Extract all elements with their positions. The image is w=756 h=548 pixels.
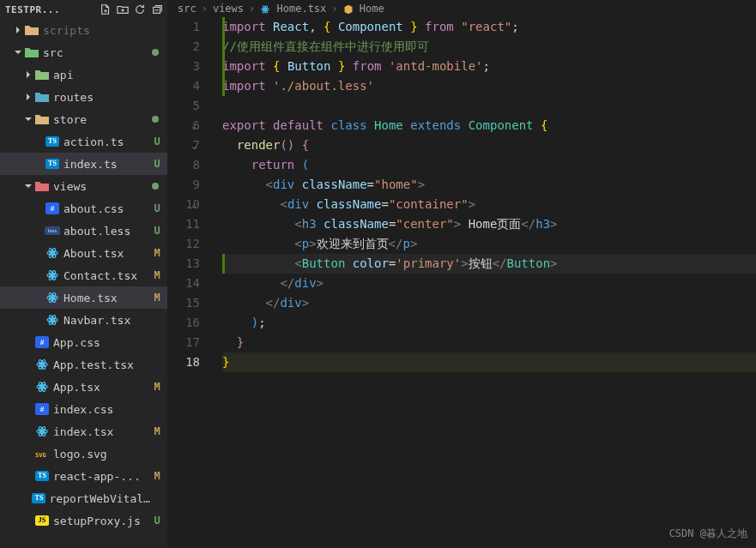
- file-label: logo.svg: [53, 448, 152, 461]
- code-line[interactable]: import './about.less': [222, 76, 756, 96]
- chevron-icon[interactable]: [22, 115, 34, 123]
- git-status: U: [150, 158, 164, 170]
- code-line[interactable]: <h3 className="center"> Home页面</h3>: [222, 214, 756, 234]
- code-line[interactable]: import { Button } from 'antd-mobile';: [222, 57, 756, 76]
- tree-file[interactable]: index.tsxM: [0, 420, 167, 443]
- code-line[interactable]: <p>欢迎来到首页</p>: [222, 234, 756, 254]
- tree-file[interactable]: About.tsxM: [0, 242, 167, 264]
- code-line[interactable]: </div>: [222, 293, 756, 313]
- tree-file[interactable]: lessabout.lessU: [0, 220, 167, 242]
- tree-file[interactable]: Contact.tsxM: [0, 264, 167, 286]
- collapse-all-icon[interactable]: [148, 1, 166, 18]
- code-line[interactable]: <div className="container">: [222, 195, 756, 214]
- code-line[interactable]: //使用组件直接在组件中进行使用即可: [222, 37, 756, 57]
- new-file-icon[interactable]: [97, 1, 114, 18]
- file-label: index.css: [53, 403, 152, 416]
- code-area[interactable]: 123456⌄7⌄8910⌄1112131415161718 import Re…: [167, 17, 756, 548]
- code-line[interactable]: }: [222, 352, 756, 372]
- dirty-dot: [152, 183, 159, 190]
- chevron-icon[interactable]: [22, 70, 34, 79]
- chevron-icon[interactable]: [22, 93, 34, 101]
- watermark: CSDN @暮人之地: [669, 527, 747, 541]
- tree-file[interactable]: TSreportWebVitals....: [0, 487, 167, 509]
- code-line[interactable]: <Button color='primary'>按钮</Button>: [222, 254, 756, 274]
- css-icon: #: [34, 336, 50, 348]
- react-icon: [34, 425, 50, 438]
- code-line[interactable]: );: [222, 313, 756, 333]
- chevron-icon[interactable]: [12, 26, 24, 34]
- code-line[interactable]: }: [222, 333, 756, 352]
- breadcrumb-item[interactable]: views: [213, 3, 244, 15]
- line-number: 1: [167, 17, 200, 37]
- breadcrumb-item[interactable]: Home: [343, 3, 384, 15]
- ts-icon: TS: [45, 159, 60, 169]
- code-line[interactable]: render() {: [222, 135, 756, 155]
- tree-file[interactable]: #App.css: [0, 331, 167, 353]
- file-label: index.ts: [64, 158, 150, 171]
- svg-point-5: [51, 274, 54, 277]
- line-number: 10⌄: [167, 195, 200, 214]
- tree-folder[interactable]: store: [0, 108, 167, 130]
- breadcrumb-label: views: [213, 3, 244, 15]
- folder-icon: [34, 180, 50, 192]
- chevron-icon[interactable]: [12, 48, 24, 57]
- explorer-header: TESTPR...: [0, 0, 167, 19]
- code-line[interactable]: export default class Home extends Compon…: [222, 116, 756, 135]
- git-gutter-added: [222, 254, 225, 274]
- file-label: about.less: [64, 225, 150, 238]
- project-title: TESTPR...: [5, 4, 97, 15]
- tree-file[interactable]: SVGlogo.svg: [0, 443, 167, 465]
- line-number: 13: [167, 254, 200, 274]
- tree-file[interactable]: Navbar.tsx: [0, 309, 167, 331]
- file-label: About.tsx: [64, 247, 150, 260]
- tree-file[interactable]: #index.css: [0, 398, 167, 420]
- file-label: Home.tsx: [64, 292, 150, 304]
- svg-point-30: [264, 9, 266, 10]
- git-status: M: [150, 425, 164, 437]
- tree-folder[interactable]: src: [0, 41, 167, 63]
- line-number: 15: [167, 293, 200, 313]
- breadcrumb-item[interactable]: Home.tsx: [260, 3, 326, 15]
- chevron-icon[interactable]: [22, 182, 34, 190]
- tree-file[interactable]: App.test.tsx: [0, 353, 167, 376]
- code-line[interactable]: </div>: [222, 274, 756, 293]
- tree-folder[interactable]: views: [0, 175, 167, 197]
- line-number: 9: [167, 175, 200, 195]
- code-line[interactable]: return (: [222, 155, 756, 175]
- tree-folder[interactable]: routes: [0, 86, 167, 108]
- fold-icon[interactable]: ⌄: [191, 135, 197, 155]
- tree-folder[interactable]: api: [0, 63, 167, 86]
- line-number: 16: [167, 313, 200, 333]
- code-line[interactable]: [222, 96, 756, 116]
- breadcrumb[interactable]: src› views› Home.tsx› Home: [167, 0, 756, 17]
- tree-file[interactable]: Home.tsxM: [0, 286, 167, 309]
- file-label: Navbar.tsx: [64, 314, 152, 327]
- refresh-icon[interactable]: [131, 1, 148, 18]
- tree-file[interactable]: #about.cssU: [0, 197, 167, 220]
- new-folder-icon[interactable]: [114, 1, 131, 18]
- fold-icon[interactable]: ⌄: [191, 116, 197, 135]
- folder-icon: [24, 46, 39, 58]
- code-line[interactable]: <div className="home">: [222, 175, 756, 195]
- git-status: M: [150, 292, 164, 304]
- css-icon: #: [34, 403, 50, 415]
- tree-folder[interactable]: scripts: [0, 19, 167, 41]
- file-label: react-app-...: [53, 470, 150, 483]
- code-content[interactable]: import React, { Component } from "react"…: [215, 17, 756, 548]
- tree-file[interactable]: TSindex.tsU: [0, 153, 167, 175]
- svg-point-25: [41, 431, 44, 433]
- fold-icon[interactable]: ⌄: [191, 195, 197, 214]
- line-number: 7⌄: [167, 135, 200, 155]
- git-status: U: [150, 515, 164, 527]
- breadcrumb-label: Home: [360, 3, 384, 15]
- file-label: store: [53, 113, 152, 126]
- folder-icon: [34, 113, 50, 125]
- git-status: U: [150, 135, 164, 148]
- tree-file[interactable]: TSaction.tsU: [0, 130, 167, 153]
- tree-file[interactable]: App.tsxM: [0, 376, 167, 398]
- breadcrumb-item[interactable]: src: [178, 3, 197, 15]
- file-label: reportWebVitals....: [49, 492, 154, 505]
- tree-file[interactable]: TSreact-app-...M: [0, 465, 167, 487]
- tree-file[interactable]: JSsetupProxy.jsU: [0, 509, 167, 532]
- code-line[interactable]: import React, { Component } from "react"…: [222, 17, 756, 37]
